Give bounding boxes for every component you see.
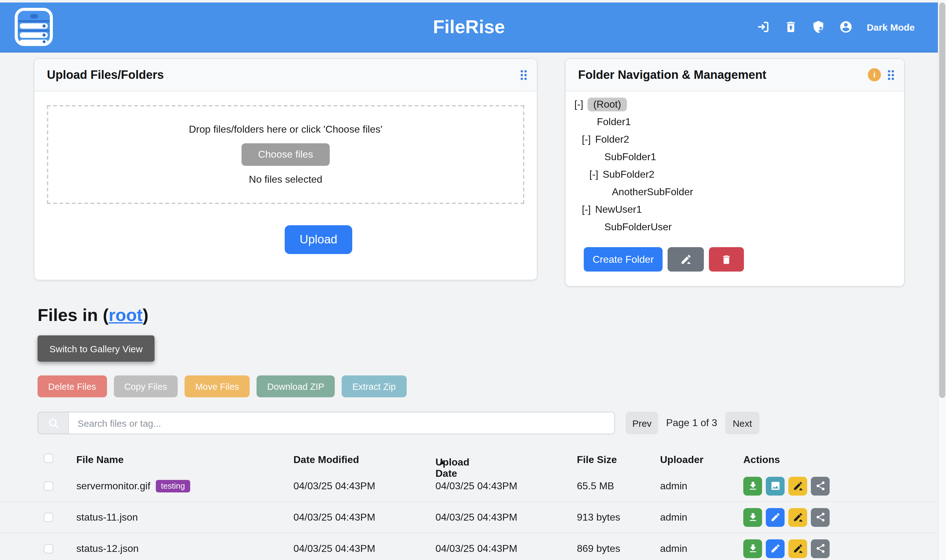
rename-button[interactable] [788, 477, 807, 495]
folder-name[interactable]: (Root) [588, 98, 627, 111]
share-button[interactable] [811, 539, 830, 558]
uploader: admin [660, 480, 687, 491]
folder-name[interactable]: SubFolderUser [605, 222, 672, 233]
row-checkbox[interactable] [44, 512, 53, 522]
search-input[interactable] [69, 412, 614, 434]
info-icon[interactable]: i [868, 68, 881, 82]
col-file-name[interactable]: File Name [76, 454, 123, 466]
admin-shield-icon[interactable] [812, 20, 826, 34]
folder-name[interactable]: Folder1 [597, 116, 631, 128]
tree-toggle[interactable]: [-] [589, 169, 598, 180]
copy-files-button[interactable]: Copy Files [114, 375, 178, 397]
folder-name[interactable]: SubFolder2 [603, 169, 654, 180]
dark-mode-toggle[interactable]: Dark Mode [867, 22, 915, 32]
extract-zip-button[interactable]: Extract Zip [342, 375, 407, 397]
folder-navigation-card: Folder Navigation & Management i [-](Roo… [565, 58, 905, 286]
tree-toggle[interactable]: [-] [574, 99, 583, 110]
share-icon [815, 543, 826, 554]
row-checkbox[interactable] [44, 481, 53, 491]
tree-toggle[interactable]: [-] [582, 204, 591, 215]
col-file-size[interactable]: File Size [577, 454, 617, 466]
download-button[interactable] [743, 508, 762, 526]
folder-tree-item[interactable]: [-]SubFolder2 [566, 166, 904, 183]
table-row: status-11.json04/03/25 04:43PM04/03/25 0… [0, 502, 938, 533]
choose-files-button[interactable]: Choose files [242, 143, 329, 166]
folder-tree-item[interactable]: AnotherSubFolder [566, 183, 904, 201]
uploader: admin [660, 543, 687, 554]
folder-name[interactable]: NewUser1 [595, 204, 641, 215]
restore-trash-icon[interactable] [784, 20, 798, 34]
tree-toggle[interactable]: [-] [582, 134, 591, 145]
folder-tree-item[interactable]: [-](Root) [566, 96, 904, 113]
table-header-row: File Name Date Modified Upload Date▲ Fil… [0, 452, 938, 471]
rename-folder-button[interactable] [668, 247, 704, 272]
file-table-body: servermonitor.giftesting04/03/25 04:43PM… [0, 471, 938, 560]
upload-card-header: Upload Files/Folders [34, 59, 537, 91]
date-modified: 04/03/25 04:43PM [294, 511, 375, 523]
file-name[interactable]: servermonitor.gif [76, 480, 151, 491]
files-heading-prefix: Files in ( [37, 305, 109, 325]
file-name[interactable]: status-12.json [76, 543, 138, 554]
file-name[interactable]: status-11.json [76, 511, 138, 523]
row-actions [743, 539, 830, 558]
account-circle-icon[interactable] [839, 20, 853, 34]
upload-date: 04/03/25 04:43PM [435, 543, 517, 554]
col-uploader[interactable]: Uploader [660, 454, 703, 466]
uploader: admin [660, 511, 687, 523]
upload-button[interactable]: Upload [285, 225, 352, 254]
row-actions [743, 477, 830, 495]
file-drop-zone[interactable]: Drop files/folders here or click 'Choose… [47, 105, 524, 204]
search-icon [47, 417, 59, 429]
download-button[interactable] [743, 477, 762, 495]
date-modified: 04/03/25 04:43PM [294, 480, 375, 491]
delete-files-button[interactable]: Delete Files [37, 375, 107, 397]
logout-icon[interactable] [757, 20, 771, 34]
prev-page-button[interactable]: Prev [626, 412, 658, 434]
folder-card-header: Folder Navigation & Management i [566, 59, 904, 91]
table-row: status-12.json04/03/25 04:43PM04/03/25 0… [0, 533, 938, 560]
download-zip-button[interactable]: Download ZIP [257, 375, 335, 397]
download-icon [748, 480, 758, 491]
col-date-modified[interactable]: Date Modified [294, 454, 359, 466]
row-checkbox[interactable] [44, 544, 53, 553]
share-button[interactable] [811, 508, 830, 526]
folder-tree-item[interactable]: [-]Folder2 [566, 131, 904, 148]
current-folder-link[interactable]: root [109, 305, 143, 325]
edit-pen-icon [770, 543, 780, 554]
gallery-view-toggle-button[interactable]: Switch to Gallery View [37, 335, 155, 362]
page-info: Page 1 of 3 [658, 412, 725, 434]
drop-zone-text: Drop files/folders here or click 'Choose… [189, 124, 383, 135]
select-all-checkbox[interactable] [44, 454, 53, 463]
search-button[interactable] [38, 412, 69, 434]
scrollbar-thumb[interactable] [939, 3, 945, 398]
folder-name[interactable]: SubFolder1 [605, 151, 656, 163]
delete-folder-button[interactable] [709, 247, 744, 272]
scrollbar-track[interactable] [938, 0, 946, 560]
rename-pen-icon [792, 480, 803, 491]
rename-button[interactable] [788, 539, 807, 558]
files-heading: Files in (root) [37, 305, 149, 325]
preview-button[interactable] [766, 477, 784, 495]
folder-tree-item[interactable]: SubFolder1 [566, 148, 904, 166]
folder-name[interactable]: AnotherSubFolder [612, 186, 693, 198]
rename-pen-icon [792, 512, 803, 523]
folder-name[interactable]: Folder2 [595, 134, 629, 145]
folder-tree-item[interactable]: SubFolderUser [566, 218, 904, 236]
edit-button[interactable] [766, 508, 784, 526]
edit-button[interactable] [766, 539, 784, 558]
upload-date: 04/03/25 04:43PM [435, 480, 517, 491]
folder-tree-item[interactable]: [-]NewUser1 [566, 201, 904, 218]
download-icon [748, 543, 758, 554]
rename-button[interactable] [788, 508, 807, 526]
folder-tree-item[interactable]: Folder1 [566, 113, 904, 131]
drag-handle-icon[interactable] [519, 69, 528, 81]
create-folder-button[interactable]: Create Folder [584, 247, 663, 272]
trash-icon [721, 254, 732, 265]
move-files-button[interactable]: Move Files [185, 375, 250, 397]
download-button[interactable] [743, 539, 762, 558]
col-actions: Actions [743, 454, 780, 466]
file-size: 869 bytes [577, 543, 620, 554]
drag-handle-icon[interactable] [886, 69, 895, 81]
share-button[interactable] [811, 477, 830, 495]
next-page-button[interactable]: Next [725, 412, 760, 434]
